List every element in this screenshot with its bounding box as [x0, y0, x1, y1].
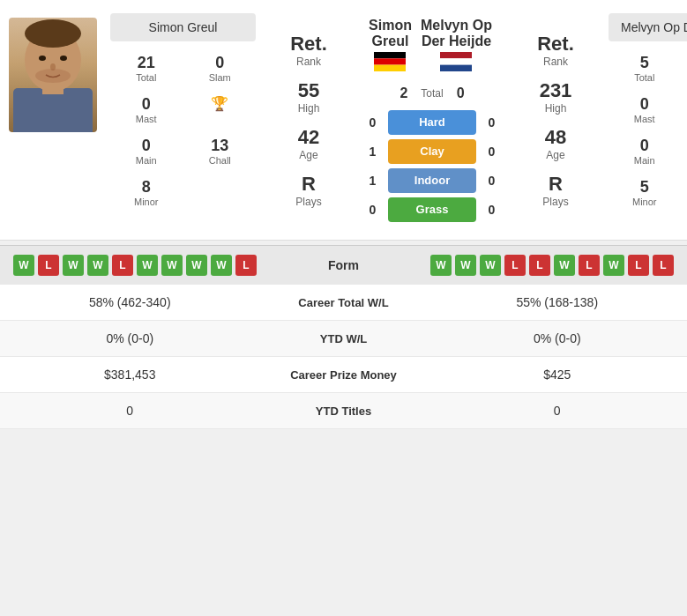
player-names-row: Simon Greul Melvyn Op Der Heijde	[357, 13, 507, 81]
career-stat-row-3: 0 YTD Titles 0	[0, 393, 687, 429]
svg-point-4	[39, 56, 46, 61]
left-form-result-4: L	[112, 255, 133, 276]
left-chall-label: Chall	[186, 155, 255, 166]
career-right-val-0: 55% (168-138)	[441, 295, 675, 309]
left-mast-label: Mast	[112, 114, 181, 124]
left-rank-label: Rank	[290, 56, 327, 68]
right-trophy: 🏆	[683, 90, 688, 130]
svg-rect-8	[374, 52, 406, 58]
right-player-name-box: Melvyn Op Der Heijde	[609, 13, 687, 41]
left-stats-grid: 21 Total 0 Slam 0 Mast 🏆 0 Main	[110, 48, 256, 212]
right-form-result-2: W	[480, 255, 501, 276]
left-form-result-0: W	[13, 255, 34, 276]
right-form-result-8: L	[628, 255, 649, 276]
surface-left-count-clay: 1	[366, 145, 379, 159]
right-stats-grid: 5 Total 0 Slam 0 Mast 🏆 0 Main	[609, 48, 687, 212]
left-form-result-5: W	[137, 255, 158, 276]
right-total-value: 5	[610, 54, 679, 72]
right-minor-stat: 5 Minor	[609, 173, 681, 212]
right-name-flag: Melvyn Op Der Heijde	[414, 18, 498, 77]
svg-point-7	[35, 69, 71, 83]
right-main-value: 0	[610, 137, 679, 155]
right-minor-label: Minor	[610, 197, 679, 207]
right-form-result-0: W	[430, 255, 452, 276]
left-form-result-3: W	[87, 255, 108, 276]
surface-btn-grass[interactable]: Grass	[388, 197, 476, 222]
left-minor-stat: 8 Minor	[110, 173, 183, 212]
left-trophy: 🏆	[184, 90, 257, 130]
left-high-value: 55	[298, 79, 320, 102]
right-slam-value: 0	[684, 54, 688, 72]
left-form-result-7: W	[186, 255, 207, 276]
total-row: 2 Total 0	[400, 85, 464, 101]
svg-rect-9	[374, 58, 406, 64]
right-main-stat: 0 Main	[609, 131, 681, 171]
left-age-stat: 42 Age	[298, 126, 319, 161]
right-flag	[414, 52, 498, 77]
surface-right-count-hard: 0	[485, 115, 498, 130]
career-left-val-0: 58% (462-340)	[13, 295, 247, 309]
right-plays-value: R	[542, 173, 568, 196]
right-chall-label: Chall	[684, 155, 688, 166]
career-right-val-1: 0% (0-0)	[441, 331, 675, 345]
left-mast-stat: 0 Mast	[110, 90, 183, 130]
right-player-name: Melvyn Op Der Heijde	[621, 20, 687, 34]
left-plays-label: Plays	[295, 196, 321, 208]
career-label-0: Career Total W/L	[247, 296, 441, 309]
surface-left-count-hard: 0	[366, 115, 379, 130]
right-form-result-6: L	[579, 255, 600, 276]
surface-row-hard: 0 Hard 0	[366, 110, 498, 135]
left-plays-stat: R Plays	[295, 173, 321, 208]
right-mast-value: 0	[610, 95, 679, 114]
left-slam-label: Slam	[186, 72, 255, 83]
left-player-name-box: Simon Greul	[110, 13, 256, 41]
right-chall-value: 0	[684, 137, 688, 155]
left-total-wins: 2	[400, 85, 407, 101]
svg-point-5	[60, 56, 67, 61]
right-rank-value: Ret.	[537, 33, 574, 56]
left-minor-label: Minor	[112, 197, 181, 207]
right-center-name: Melvyn Op Der Heijde	[414, 18, 498, 49]
left-form-result-6: W	[161, 255, 183, 276]
right-plays-stat: R Plays	[542, 173, 568, 208]
svg-rect-0	[13, 88, 93, 132]
career-label-1: YTD W/L	[247, 332, 441, 345]
right-form-result-4: L	[529, 255, 550, 276]
left-total-stat: 21 Total	[110, 48, 183, 88]
surface-row-indoor: 1 Indoor 0	[366, 168, 498, 193]
career-label-3: YTD Titles	[247, 404, 441, 418]
right-main-label: Main	[610, 155, 679, 166]
left-plays-value: R	[295, 173, 321, 196]
main-container: Simon Greul 21 Total 0 Slam 0 Mast 🏆	[0, 0, 687, 429]
left-player-photo	[0, 9, 106, 231]
career-left-val-2: $381,453	[13, 367, 247, 382]
right-mast-label: Mast	[610, 114, 679, 124]
right-total-label: Total	[610, 72, 679, 83]
left-form-result-9: L	[235, 255, 257, 276]
left-main-stat: 0 Main	[110, 131, 183, 171]
surface-row-grass: 0 Grass 0	[366, 197, 498, 222]
left-stats-panel: Simon Greul 21 Total 0 Slam 0 Mast 🏆	[106, 9, 260, 231]
right-middle-stats: Ret. Rank 231 High 48 Age R Plays	[507, 9, 604, 231]
surface-btn-hard[interactable]: Hard	[388, 110, 476, 135]
right-age-label: Age	[545, 149, 566, 161]
surface-btn-clay[interactable]: Clay	[388, 139, 476, 164]
form-section: WLWWLWWWWL Form WWWLLWLWLL	[0, 245, 687, 285]
career-stat-row-0: 58% (462-340) Career Total W/L 55% (168-…	[0, 285, 687, 321]
left-high-label: High	[298, 102, 320, 115]
left-slam-value: 0	[186, 54, 255, 72]
career-label-2: Career Prize Money	[247, 368, 441, 382]
career-right-val-3: 0	[441, 404, 675, 418]
left-total-label: Total	[112, 72, 181, 83]
left-minor-value: 8	[112, 178, 181, 197]
left-flag	[366, 52, 414, 77]
surface-left-count-grass: 0	[366, 203, 379, 217]
left-form-result-2: W	[63, 255, 84, 276]
surface-btn-indoor[interactable]: Indoor	[388, 168, 476, 193]
form-label: Form	[257, 258, 430, 272]
right-form-result-5: W	[554, 255, 575, 276]
right-plays-label: Plays	[542, 196, 568, 208]
left-age-label: Age	[298, 149, 319, 161]
surface-left-count-indoor: 1	[366, 174, 379, 188]
surface-rows: 0 Hard 0 1 Clay 0 1 Indoor 0 0 Grass 0	[357, 106, 507, 226]
